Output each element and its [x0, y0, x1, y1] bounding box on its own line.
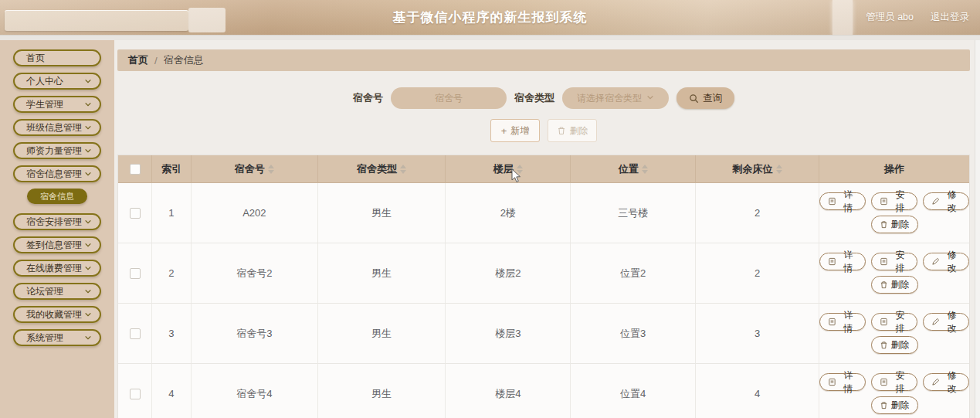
edit-button-label: 修改 [943, 249, 961, 275]
delete-button[interactable]: 删除 [871, 396, 918, 414]
search-form: 宿舍号 宿舍类型 请选择宿舍类型 查询 [117, 87, 970, 110]
logout-link[interactable]: 退出登录 [931, 11, 969, 24]
detail-button-label: 详情 [839, 249, 857, 275]
cell-floor: 楼层3 [446, 304, 571, 364]
page-title: 基于微信小程序的新生报到系统 [0, 0, 980, 35]
document-icon [880, 318, 888, 326]
delete-button[interactable]: 删除 [871, 336, 918, 354]
cell-floor: 楼层2 [446, 243, 571, 304]
select-all-checkbox[interactable] [130, 164, 141, 175]
chevron-down-icon [84, 241, 92, 249]
table-row: 1 A202 男生 2楼 三号楼 2 详情 [118, 183, 969, 243]
document-icon [880, 257, 888, 266]
chevron-down-icon [84, 170, 92, 178]
edit-button[interactable]: 修改 [923, 192, 969, 210]
trash-icon [880, 280, 888, 289]
cell-beds: 2 [696, 183, 819, 243]
sidebar-item-online-payment-mgmt[interactable]: 在线缴费管理 [13, 260, 101, 277]
scrollbar-track[interactable] [975, 40, 980, 418]
document-icon [828, 197, 836, 206]
detail-button[interactable]: 详情 [819, 373, 866, 391]
sidebar-item-system-mgmt[interactable]: 系统管理 [13, 329, 101, 346]
dorm-no-input[interactable] [391, 87, 507, 109]
arrange-button[interactable]: 安排 [871, 253, 917, 270]
edit-button[interactable]: 修改 [923, 373, 969, 391]
cell-dorm-no: 宿舍号3 [192, 304, 318, 364]
query-button[interactable]: 查询 [677, 87, 734, 109]
cell-beds: 3 [696, 304, 819, 364]
row-checkbox[interactable] [130, 389, 141, 399]
toolbar: + 新增 删除 [117, 119, 970, 142]
sort-icon[interactable] [517, 165, 523, 174]
sort-icon[interactable] [776, 165, 782, 174]
sort-icon[interactable] [642, 165, 648, 174]
cell-operations: 详情 安排 修改 [819, 364, 969, 418]
column-header-floor: 楼层 [493, 162, 514, 176]
sidebar-subitem-dorm-info-active[interactable]: 宿舍信息 [27, 189, 87, 204]
sidebar-item-label: 班级信息管理 [26, 121, 82, 134]
row-checkbox[interactable] [130, 268, 141, 279]
cell-index: 3 [152, 304, 192, 364]
arrange-button[interactable]: 安排 [871, 313, 917, 331]
row-checkbox[interactable] [130, 208, 141, 219]
column-header-dorm-type: 宿舍类型 [357, 162, 397, 176]
arrange-button[interactable]: 安排 [871, 373, 917, 391]
delete-button-label: 删除 [891, 399, 910, 412]
table-row: 4 宿舍号4 男生 楼层4 位置4 4 详情 [118, 364, 969, 418]
column-header-beds: 剩余床位 [733, 162, 773, 176]
row-checkbox[interactable] [130, 328, 141, 339]
chevron-down-icon [84, 311, 92, 318]
sidebar-item-class-info-mgmt[interactable]: 班级信息管理 [13, 119, 101, 136]
sidebar-item-checkin-info-mgmt[interactable]: 签到信息管理 [13, 236, 101, 253]
chevron-down-icon [84, 264, 92, 272]
chevron-down-icon [84, 124, 92, 131]
detail-button-label: 详情 [839, 189, 857, 215]
delete-button[interactable]: 删除 [871, 276, 918, 294]
cell-location: 位置2 [571, 243, 696, 304]
add-button[interactable]: + 新增 [490, 119, 540, 142]
breadcrumb-home[interactable]: 首页 [128, 53, 148, 67]
dorm-type-select[interactable]: 请选择宿舍类型 [562, 87, 669, 109]
sidebar-item-forum-mgmt[interactable]: 论坛管理 [13, 283, 101, 300]
trash-icon [880, 401, 888, 410]
edit-button-label: 修改 [943, 369, 961, 396]
add-button-label: 新增 [510, 124, 529, 138]
arrange-button[interactable]: 安排 [871, 192, 917, 210]
cell-index: 2 [152, 243, 192, 304]
sidebar-item-home[interactable]: 首页 [13, 49, 101, 66]
dorm-table: 索引 宿舍号 宿舍类型 楼层 位置 剩余床位 操作 1 A202 男生 2楼 [117, 155, 970, 418]
cell-dorm-type: 男生 [318, 304, 446, 364]
cell-location: 位置3 [571, 304, 696, 364]
sort-icon[interactable] [400, 165, 406, 174]
batch-delete-button[interactable]: 删除 [548, 119, 597, 142]
table-header-row: 索引 宿舍号 宿舍类型 楼层 位置 剩余床位 操作 [118, 155, 969, 183]
cell-operations: 详情 安排 修改 [819, 243, 969, 304]
detail-button[interactable]: 详情 [819, 192, 866, 210]
cell-location: 位置4 [571, 364, 696, 418]
cell-operations: 详情 安排 修改 [819, 304, 969, 364]
sidebar-item-personal-center[interactable]: 个人中心 [13, 73, 101, 90]
column-header-index: 索引 [161, 162, 181, 176]
cell-dorm-no: 宿舍号4 [192, 364, 318, 418]
sidebar-item-favorites-mgmt[interactable]: 我的收藏管理 [13, 306, 101, 323]
sidebar-item-label: 签到信息管理 [26, 239, 82, 252]
edit-button[interactable]: 修改 [923, 253, 969, 270]
sidebar-item-dorm-info-mgmt[interactable]: 宿舍信息管理 [13, 165, 101, 182]
detail-button[interactable]: 详情 [819, 253, 866, 270]
edit-icon [931, 257, 940, 266]
sidebar-item-student-mgmt[interactable]: 学生管理 [13, 96, 101, 113]
dorm-type-label: 宿舍类型 [514, 91, 554, 105]
sidebar-item-dorm-arrange-mgmt[interactable]: 宿舍安排管理 [13, 213, 101, 230]
table-row: 2 宿舍号2 男生 楼层2 位置2 2 详情 [118, 243, 969, 304]
detail-button[interactable]: 详情 [819, 313, 866, 331]
sidebar-item-faculty-mgmt[interactable]: 师资力量管理 [13, 142, 101, 159]
chevron-down-icon [84, 100, 92, 108]
sidebar-item-label: 在线缴费管理 [26, 262, 82, 275]
document-icon [880, 378, 888, 386]
chevron-down-icon [84, 334, 92, 342]
delete-button[interactable]: 删除 [871, 216, 918, 233]
document-icon [828, 378, 836, 386]
sidebar-item-label: 系统管理 [26, 331, 63, 345]
sort-icon[interactable] [268, 165, 274, 174]
edit-button[interactable]: 修改 [923, 313, 969, 331]
